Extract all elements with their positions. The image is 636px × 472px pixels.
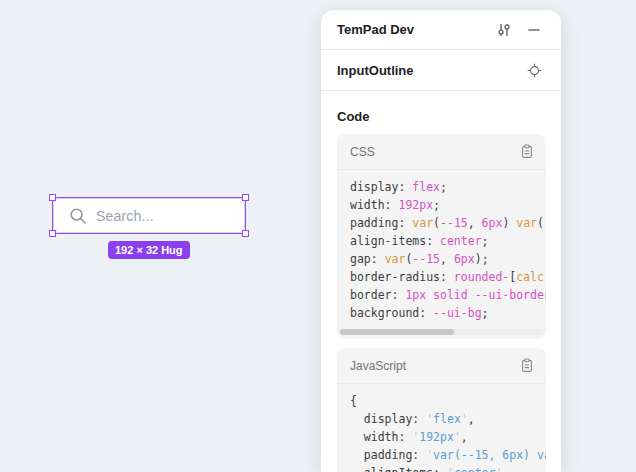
selected-node-row: InputOutline xyxy=(321,50,561,91)
css-block-label: CSS xyxy=(350,145,520,159)
clipboard-icon[interactable] xyxy=(520,358,534,373)
plugin-title: TemPad Dev xyxy=(337,22,493,37)
magnifier-icon xyxy=(69,207,87,225)
css-code[interactable]: display: flex;width: 192px;padding: var(… xyxy=(337,170,546,322)
tempad-dev-plugin-panel: TemPad Dev InputOutline xyxy=(321,10,561,472)
figma-canvas: Search... 192 × 32 Hug TemPad Dev xyxy=(0,0,636,472)
plugin-header: TemPad Dev xyxy=(321,10,561,50)
javascript-code[interactable]: { display: 'flex', width: '192px', paddi… xyxy=(337,384,546,472)
size-badge: 192 × 32 Hug xyxy=(108,241,190,259)
javascript-block-header: JavaScript xyxy=(337,348,546,384)
code-section-label: Code xyxy=(337,109,545,124)
javascript-block-label: JavaScript xyxy=(350,359,520,373)
locate-target-icon[interactable] xyxy=(523,59,545,81)
search-placeholder: Search... xyxy=(96,208,154,224)
css-code-block: CSS display: flex;width: 192px;padding: … xyxy=(337,134,546,339)
clipboard-icon[interactable] xyxy=(520,144,534,159)
search-input[interactable]: Search... xyxy=(53,198,245,233)
minimize-icon[interactable] xyxy=(523,19,545,41)
css-block-header: CSS xyxy=(337,134,546,170)
javascript-code-block: JavaScript { display: 'flex', width: '19… xyxy=(337,348,546,472)
selected-node-name: InputOutline xyxy=(337,63,523,78)
scrollbar-thumb[interactable] xyxy=(340,329,454,335)
sliders-icon[interactable] xyxy=(493,19,515,41)
horizontal-scrollbar[interactable] xyxy=(339,329,544,335)
